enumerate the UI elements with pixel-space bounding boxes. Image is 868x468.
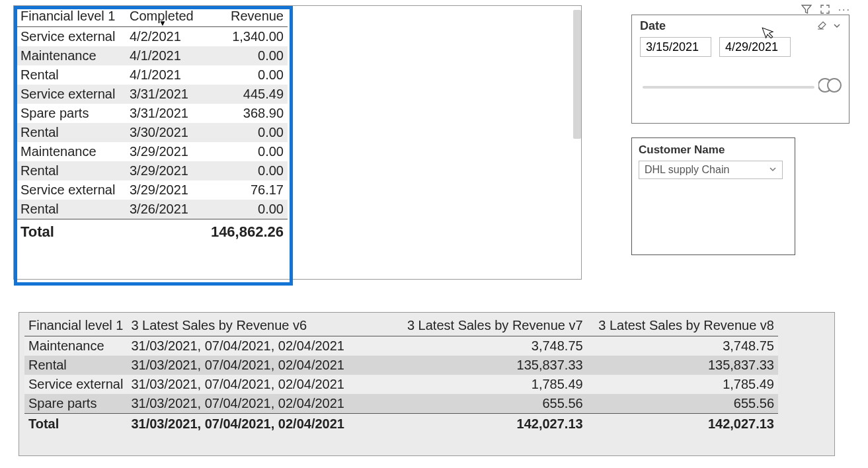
total-v8: 142,027.13 bbox=[587, 414, 778, 435]
cell-revenue: 0.00 bbox=[202, 161, 288, 180]
chevron-down-icon bbox=[769, 165, 777, 175]
cell-completed: 4/1/2021 bbox=[126, 46, 202, 65]
cell-completed: 3/31/2021 bbox=[126, 85, 202, 104]
cell-completed: 3/29/2021 bbox=[126, 180, 202, 200]
detail-table: Financial level 1 Completed ▼ Revenue Se… bbox=[17, 6, 288, 245]
cell-v7: 1,785.49 bbox=[395, 375, 586, 394]
total-value: 146,862.26 bbox=[202, 219, 288, 245]
cell-revenue: 0.00 bbox=[202, 46, 288, 65]
table-row[interactable]: Service external31/03/2021, 07/04/2021, … bbox=[24, 375, 778, 394]
total-label: Total bbox=[24, 414, 127, 435]
cell-fl1: Service external bbox=[24, 375, 127, 394]
cell-fl1: Spare parts bbox=[24, 394, 127, 414]
date-slicer[interactable]: Date bbox=[631, 15, 849, 124]
eraser-icon[interactable] bbox=[817, 20, 828, 32]
cell-fl1: Rental bbox=[17, 200, 126, 219]
table-row[interactable]: Spare parts3/31/2021368.90 bbox=[17, 104, 288, 123]
detail-table-visual[interactable]: Financial level 1 Completed ▼ Revenue Se… bbox=[13, 5, 582, 280]
cell-fl1: Service external bbox=[17, 180, 126, 200]
cell-v8: 655.56 bbox=[587, 394, 778, 414]
cell-v8: 1,785.49 bbox=[587, 375, 778, 394]
col-header-completed[interactable]: Completed ▼ bbox=[126, 6, 202, 27]
cell-fl1: Rental bbox=[24, 356, 127, 375]
slider-handles[interactable] bbox=[818, 77, 842, 94]
cell-v6: 31/03/2021, 07/04/2021, 02/04/2021 bbox=[127, 394, 395, 414]
cell-v7: 135,837.33 bbox=[395, 356, 586, 375]
cell-v8: 135,837.33 bbox=[587, 356, 778, 375]
cell-revenue: 76.17 bbox=[202, 180, 288, 200]
slider-track[interactable] bbox=[643, 86, 814, 89]
cell-v8: 3,748.75 bbox=[587, 336, 778, 356]
total-v7: 142,027.13 bbox=[395, 414, 586, 435]
col-header-financial-level-1[interactable]: Financial level 1 bbox=[24, 314, 127, 336]
col-header-v7[interactable]: 3 Latest Sales by Revenue v7 bbox=[395, 314, 586, 336]
col-header-financial-level-1[interactable]: Financial level 1 bbox=[17, 6, 126, 27]
cell-completed: 3/31/2021 bbox=[126, 104, 202, 123]
table-row[interactable]: Service external3/29/202176.17 bbox=[17, 180, 288, 200]
chevron-down-icon[interactable] bbox=[833, 20, 841, 32]
summary-table: Financial level 1 3 Latest Sales by Reve… bbox=[24, 314, 778, 434]
table-row[interactable]: Maintenance4/1/20210.00 bbox=[17, 46, 288, 65]
customer-slicer[interactable]: Customer Name DHL supply Chain bbox=[631, 137, 795, 255]
total-v6: 31/03/2021, 07/04/2021, 02/04/2021 bbox=[127, 414, 395, 435]
table-row[interactable]: Rental31/03/2021, 07/04/2021, 02/04/2021… bbox=[24, 356, 778, 375]
scrollbar-track[interactable] bbox=[573, 6, 581, 279]
date-from-input[interactable] bbox=[640, 37, 711, 57]
cell-fl1: Rental bbox=[17, 123, 126, 142]
table-row[interactable]: Rental3/29/20210.00 bbox=[17, 161, 288, 180]
cell-fl1: Service external bbox=[17, 27, 126, 47]
cell-completed: 4/1/2021 bbox=[126, 65, 202, 85]
cell-v7: 3,748.75 bbox=[395, 336, 586, 356]
cell-fl1: Maintenance bbox=[17, 142, 126, 161]
table-row[interactable]: Rental4/1/20210.00 bbox=[17, 65, 288, 85]
cell-revenue: 0.00 bbox=[202, 200, 288, 219]
cell-v6: 31/03/2021, 07/04/2021, 02/04/2021 bbox=[127, 336, 395, 356]
date-to-input[interactable] bbox=[719, 37, 791, 57]
cell-completed: 3/29/2021 bbox=[126, 161, 202, 180]
table-row[interactable]: Rental3/26/20210.00 bbox=[17, 200, 288, 219]
cell-revenue: 445.49 bbox=[202, 85, 288, 104]
col-header-v6[interactable]: 3 Latest Sales by Revenue v6 bbox=[127, 314, 395, 336]
cell-completed: 3/30/2021 bbox=[126, 123, 202, 142]
total-label: Total bbox=[17, 219, 126, 245]
table-row[interactable]: Service external4/2/20211,340.00 bbox=[17, 27, 288, 47]
scrollbar-thumb[interactable] bbox=[573, 10, 581, 139]
date-range-slider[interactable] bbox=[640, 79, 841, 99]
cell-revenue: 0.00 bbox=[202, 65, 288, 85]
cell-completed: 3/29/2021 bbox=[126, 142, 202, 161]
cell-revenue: 0.00 bbox=[202, 142, 288, 161]
table-row[interactable]: Rental3/30/20210.00 bbox=[17, 123, 288, 142]
customer-slicer-title: Customer Name bbox=[639, 143, 788, 157]
cell-v6: 31/03/2021, 07/04/2021, 02/04/2021 bbox=[127, 375, 395, 394]
cell-v7: 655.56 bbox=[395, 394, 586, 414]
sort-desc-icon: ▼ bbox=[159, 19, 167, 28]
cell-fl1: Spare parts bbox=[17, 104, 126, 123]
cell-revenue: 1,340.00 bbox=[202, 27, 288, 47]
cell-v6: 31/03/2021, 07/04/2021, 02/04/2021 bbox=[127, 356, 395, 375]
summary-table-visual[interactable]: Financial level 1 3 Latest Sales by Reve… bbox=[19, 312, 835, 456]
table-row[interactable]: Service external3/31/2021445.49 bbox=[17, 85, 288, 104]
cell-fl1: Rental bbox=[17, 161, 126, 180]
date-slicer-title: Date bbox=[640, 19, 666, 33]
col-header-revenue[interactable]: Revenue bbox=[202, 6, 288, 27]
cell-fl1: Rental bbox=[17, 65, 126, 85]
svg-point-1 bbox=[828, 79, 841, 92]
cell-fl1: Maintenance bbox=[17, 46, 126, 65]
cell-revenue: 0.00 bbox=[202, 123, 288, 142]
cell-revenue: 368.90 bbox=[202, 104, 288, 123]
table-row[interactable]: Maintenance31/03/2021, 07/04/2021, 02/04… bbox=[24, 336, 778, 356]
customer-selected-value: DHL supply Chain bbox=[645, 164, 729, 176]
cell-completed: 4/2/2021 bbox=[126, 27, 202, 47]
table-row[interactable]: Maintenance3/29/20210.00 bbox=[17, 142, 288, 161]
cell-completed: 3/26/2021 bbox=[126, 200, 202, 219]
cell-fl1: Service external bbox=[17, 85, 126, 104]
table-row[interactable]: Spare parts31/03/2021, 07/04/2021, 02/04… bbox=[24, 394, 778, 414]
cell-fl1: Maintenance bbox=[24, 336, 127, 356]
customer-dropdown[interactable]: DHL supply Chain bbox=[639, 161, 783, 179]
col-header-v8[interactable]: 3 Latest Sales by Revenue v8 bbox=[587, 314, 778, 336]
